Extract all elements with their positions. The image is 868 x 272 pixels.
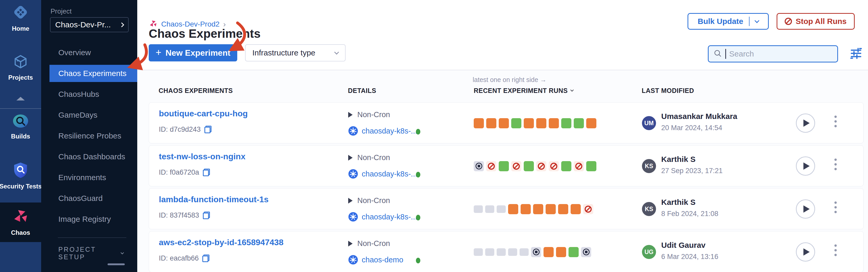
rail-collapse-chevron[interactable]	[0, 97, 41, 100]
experiment-row: lambda-function-timeout-1s ID: 837f4583 …	[149, 188, 864, 229]
sidebar-resize-grip[interactable]	[107, 263, 125, 265]
run-cell-stop[interactable]	[581, 247, 591, 257]
run-cell-orange[interactable]	[521, 204, 531, 214]
copy-icon[interactable]	[203, 254, 209, 262]
run-cell-stop[interactable]	[531, 247, 541, 257]
schedule-type: Non-Cron	[348, 110, 390, 119]
filter-button[interactable]	[849, 46, 863, 60]
copy-icon[interactable]	[203, 212, 210, 219]
run-cell-empty[interactable]	[474, 205, 483, 213]
run-cell-green[interactable]	[561, 161, 571, 171]
project-selector[interactable]: Chaos-Dev-Pr...	[50, 17, 129, 32]
run-cell-empty[interactable]	[474, 248, 483, 256]
row-menu-button[interactable]	[834, 244, 837, 256]
column-header-label: RECENT EXPERIMENT RUNS	[474, 87, 568, 95]
sidebar-item-image-registry[interactable]: Image Registry	[41, 209, 137, 230]
sidebar-item-chaos-dashboards[interactable]: Chaos Dashboards	[41, 146, 137, 167]
run-cell-orange[interactable]	[499, 118, 509, 128]
infrastructure-link[interactable]: chaosday-k8s-...	[362, 127, 417, 135]
play-triangle-icon	[348, 155, 352, 161]
stop-all-runs-button[interactable]: Stop All Runs	[777, 13, 855, 30]
run-cell-orange[interactable]	[544, 247, 554, 257]
sidebar-item-chaosguard[interactable]: ChaosGuard	[41, 188, 137, 209]
run-cell-green[interactable]	[524, 161, 534, 171]
run-cell-green[interactable]	[499, 161, 509, 171]
run-cell-empty[interactable]	[520, 248, 529, 256]
run-experiment-button[interactable]	[796, 242, 815, 262]
experiment-name-link[interactable]: aws-ec2-stop-by-id-1658947438	[159, 238, 283, 247]
run-cell-empty[interactable]	[508, 248, 517, 256]
infrastructure-link[interactable]: chaos-demo	[362, 256, 403, 264]
rail-item-chaos[interactable]: Chaos	[0, 208, 41, 236]
infrastructure-line: chaosday-k8s-...	[348, 126, 417, 136]
search-input[interactable]	[729, 49, 833, 58]
run-experiment-button[interactable]	[796, 113, 815, 133]
run-cell-orange[interactable]	[536, 118, 546, 128]
rail-item-projects[interactable]: Projects	[0, 54, 41, 81]
copy-icon[interactable]	[203, 169, 210, 176]
copy-icon[interactable]	[205, 126, 212, 133]
sidebar-item-environments[interactable]: Environments	[41, 167, 137, 188]
run-cell-ban[interactable]	[536, 161, 546, 171]
infrastructure-type-dropdown[interactable]: Infrastructure type	[245, 44, 346, 61]
run-cell-orange[interactable]	[486, 118, 496, 128]
run-cell-empty[interactable]	[485, 248, 494, 256]
run-cell-green[interactable]	[568, 247, 579, 257]
chevron-up-icon	[17, 97, 25, 100]
run-cell-orange[interactable]	[533, 204, 543, 214]
row-menu-button[interactable]	[834, 201, 837, 213]
experiment-name-link[interactable]: lambda-function-timeout-1s	[159, 195, 269, 204]
sidebar-item-label: Chaos Dashboards	[58, 152, 125, 161]
bulk-update-button[interactable]: Bulk Update	[687, 13, 769, 30]
run-cell-green[interactable]	[586, 161, 596, 171]
run-cell-green[interactable]	[511, 118, 521, 128]
sidebar-item-chaoshubs[interactable]: ChaosHubs	[41, 84, 137, 105]
run-experiment-button[interactable]	[796, 199, 815, 218]
experiment-name-link[interactable]: test-nw-loss-on-nginx	[159, 152, 245, 161]
row-menu-button[interactable]	[834, 159, 837, 170]
run-cell-ban[interactable]	[549, 161, 559, 171]
run-experiment-button[interactable]	[796, 157, 815, 176]
sidebar-item-overview[interactable]: Overview	[41, 42, 137, 63]
run-cell-empty[interactable]	[497, 248, 506, 256]
rail-item-builds[interactable]: Builds	[0, 113, 41, 140]
run-cell-empty[interactable]	[485, 205, 494, 213]
search-icon	[713, 49, 722, 59]
new-experiment-button[interactable]: + New Experiment	[149, 44, 237, 61]
main-content: Chaos-Dev-Prod2 › Chaos Experiments Bulk…	[137, 0, 868, 272]
column-header-recent-runs[interactable]: RECENT EXPERIMENT RUNS	[474, 87, 573, 95]
run-cell-orange[interactable]	[558, 204, 568, 214]
run-cell-ban[interactable]	[511, 161, 521, 171]
run-cell-ban[interactable]	[583, 204, 593, 214]
run-cell-stop[interactable]	[474, 161, 484, 171]
experiment-id-label: ID: 837f4583	[159, 211, 199, 219]
infrastructure-link[interactable]: chaosday-k8s-...	[362, 213, 417, 221]
experiment-id: ID: f0a6720a	[159, 168, 210, 176]
run-cell-orange[interactable]	[474, 118, 484, 128]
new-experiment-label: New Experiment	[166, 48, 230, 58]
infrastructure-link[interactable]: chaosday-k8s-...	[362, 170, 417, 178]
run-cell-empty[interactable]	[497, 205, 506, 213]
project-setup-section[interactable]: PROJECT SETUP	[58, 246, 123, 261]
run-cell-orange[interactable]	[570, 204, 581, 214]
run-cell-orange[interactable]	[524, 118, 534, 128]
run-cell-ban[interactable]	[486, 161, 496, 171]
run-cell-green[interactable]	[574, 118, 584, 128]
rail-item-home[interactable]: Home	[0, 4, 41, 32]
run-cell-orange[interactable]	[556, 247, 566, 257]
sidebar-item-chaos-experiments[interactable]: Chaos Experiments	[50, 65, 137, 82]
run-cell-ban[interactable]	[574, 161, 584, 171]
experiment-id: ID: 837f4583	[159, 211, 210, 219]
run-cell-orange[interactable]	[508, 204, 518, 214]
run-cell-green[interactable]	[561, 118, 571, 128]
sidebar-item-gamedays[interactable]: GameDays	[41, 105, 137, 126]
recent-runs-strip	[474, 189, 593, 230]
rail-item-security-tests[interactable]: Security Tests	[0, 162, 41, 190]
experiment-name-link[interactable]: boutique-cart-cpu-hog	[159, 109, 248, 118]
sidebar-item-resilience-probes[interactable]: Resilience Probes	[41, 126, 137, 146]
run-cell-orange[interactable]	[546, 204, 556, 214]
sidebar-item-label: Overview	[58, 48, 91, 57]
row-menu-button[interactable]	[834, 115, 837, 127]
run-cell-orange[interactable]	[586, 118, 596, 128]
run-cell-orange[interactable]	[549, 118, 559, 128]
